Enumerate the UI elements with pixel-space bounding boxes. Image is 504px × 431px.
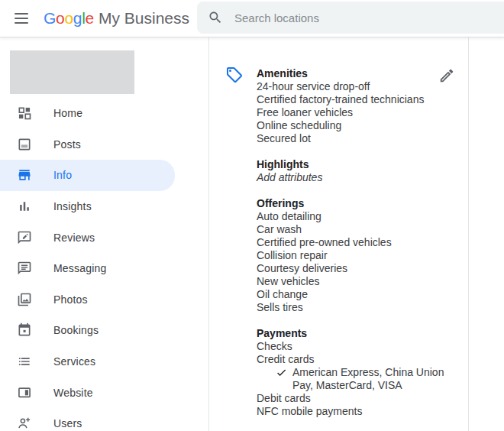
- content-line: Courtesy deliveries: [257, 262, 449, 275]
- content-line: Car wash: [257, 223, 449, 236]
- content-line: Amenities: [257, 67, 449, 80]
- business-name-placeholder: [10, 50, 134, 94]
- check-icon: [276, 367, 287, 378]
- content-line: Highlights: [257, 158, 449, 171]
- content-line: American Express, China Union Pay, Maste…: [257, 366, 449, 392]
- sidebar-item-reviews[interactable]: Reviews: [0, 222, 175, 253]
- reviews-icon: [17, 230, 32, 245]
- content-line: Auto detailing: [257, 210, 449, 223]
- google-my-business-logo: Google My Business: [44, 0, 189, 36]
- content-line: New vehicles: [257, 275, 449, 288]
- content-line: Secured lot: [257, 132, 449, 145]
- insights-icon: [17, 199, 32, 214]
- content-line: Payments: [257, 327, 449, 340]
- storefront-icon: [17, 167, 32, 183]
- sidebar-item-messaging[interactable]: Messaging: [0, 253, 175, 284]
- dashboard-icon: [17, 105, 32, 121]
- sidebar-item-photos[interactable]: Photos: [0, 284, 175, 316]
- sidebar-item-website[interactable]: Website: [0, 377, 175, 408]
- attributes-card: Amenities 24-hour service drop-off: [208, 37, 469, 431]
- content-line: NFC mobile payments: [257, 405, 449, 418]
- content-line: Add attributes: [257, 171, 449, 184]
- bookings-icon: [17, 322, 32, 338]
- content-line: Sells tires: [257, 301, 449, 314]
- sidebar-item-home[interactable]: Home: [0, 98, 175, 129]
- sidebar-item-users[interactable]: Users: [0, 408, 175, 431]
- services-icon: [17, 354, 32, 369]
- gmb-app-window: Google My Business Home Posts: [0, 0, 504, 431]
- search-icon: [208, 10, 223, 25]
- top-app-bar: Google My Business: [0, 0, 504, 37]
- tag-icon: [225, 66, 244, 84]
- search-bar: [197, 2, 504, 34]
- messaging-icon: [17, 261, 32, 276]
- hamburger-menu-icon[interactable]: [13, 10, 30, 27]
- sidebar-item-info[interactable]: Info: [0, 160, 175, 191]
- posts-icon: [17, 137, 32, 152]
- content-line: Offerings: [257, 197, 449, 210]
- content-line: Free loaner vehicles: [257, 106, 449, 119]
- sidebar-item-bookings[interactable]: Bookings: [0, 315, 175, 346]
- content-line: 24-hour service drop-off: [257, 80, 449, 93]
- content-line: Certified pre-owned vehicles: [257, 236, 449, 249]
- sidebar-item-services[interactable]: Services: [0, 346, 175, 378]
- sidebar-item-posts[interactable]: Posts: [0, 129, 175, 160]
- website-icon: [17, 385, 32, 400]
- content-line: Oil change: [257, 288, 449, 301]
- content-line: Debit cards: [257, 392, 449, 405]
- content-line: Credit cards: [257, 353, 449, 366]
- navigation-sidebar: Home Posts Info Insights: [0, 37, 182, 431]
- google-wordmark: Google: [44, 9, 94, 28]
- content-line: Checks: [257, 340, 449, 353]
- product-name: My Business: [99, 9, 189, 28]
- main-content: Amenities 24-hour service drop-off: [181, 37, 504, 431]
- search-input[interactable]: [233, 11, 504, 25]
- content-line: Collision repair: [257, 249, 449, 262]
- person-add-icon: [17, 416, 32, 431]
- content-line: Online scheduling: [257, 119, 449, 132]
- sidebar-item-insights[interactable]: Insights: [0, 191, 175, 222]
- content-line: Certified factory-trained technicians: [257, 93, 449, 106]
- sidebar-menu: Home Posts Info Insights: [0, 98, 181, 431]
- photos-icon: [17, 292, 32, 307]
- attributes-list: Amenities 24-hour service drop-off: [257, 67, 449, 418]
